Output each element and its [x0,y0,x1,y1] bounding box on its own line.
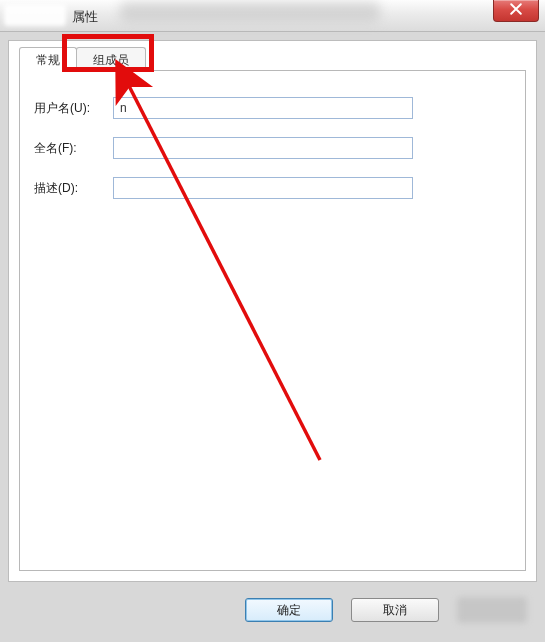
obscured-button [457,597,527,623]
ok-button[interactable]: 确定 [245,598,333,622]
username-label: 用户名(U): [28,100,113,117]
tab-general[interactable]: 常规 [19,47,77,71]
row-description: 描述(D): [28,177,517,199]
tab-general-label: 常规 [36,53,60,67]
tab-page-general: 用户名(U): 全名(F): 描述(D): [19,70,526,571]
titlebar: 属性 [0,0,545,32]
fullname-label: 全名(F): [28,140,113,157]
cancel-button-label: 取消 [383,602,407,619]
title-obscured [4,4,66,26]
tab-members-label: 组成员 [93,53,129,67]
close-icon [510,3,522,18]
username-input[interactable] [113,97,413,119]
description-label: 描述(D): [28,180,113,197]
tab-members[interactable]: 组成员 [76,47,146,71]
fullname-input[interactable] [113,137,413,159]
dialog-client-area: 常规 组成员 用户名(U): 全名(F): 描述(D): [8,40,537,582]
description-input[interactable] [113,177,413,199]
tab-strip: 常规 组成员 [19,47,145,71]
close-button[interactable] [493,0,539,22]
button-bar: 确定 取消 [8,590,537,630]
cancel-button[interactable]: 取消 [351,598,439,622]
row-fullname: 全名(F): [28,137,517,159]
title-blur-strip [120,2,380,22]
row-username: 用户名(U): [28,97,517,119]
form: 用户名(U): 全名(F): 描述(D): [28,97,517,217]
window-title: 属性 [72,8,98,26]
ok-button-label: 确定 [277,602,301,619]
